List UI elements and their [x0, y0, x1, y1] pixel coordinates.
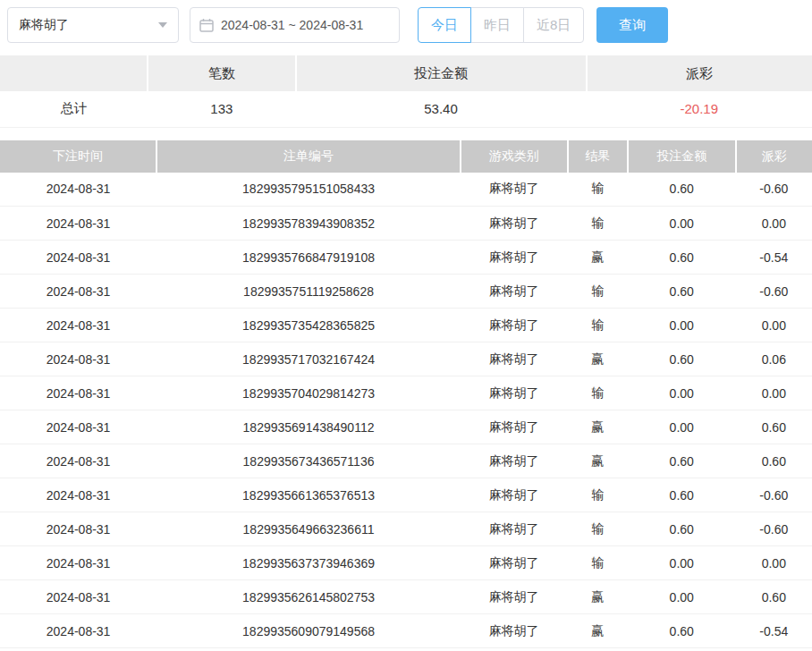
game-type-cell: 麻将胡了 [461, 410, 568, 444]
payout-cell: -0.60 [736, 512, 812, 546]
table-row: 2024-08-311829935673436571136麻将胡了赢0.600.… [0, 444, 812, 478]
game-type-cell: 麻将胡了 [461, 342, 568, 376]
game-type-cell: 麻将胡了 [461, 275, 568, 309]
payout-cell: 0.60 [736, 410, 812, 444]
bet-id-cell: 1829935691438490112 [156, 410, 461, 444]
game-type-cell: 麻将胡了 [461, 478, 568, 512]
bet-id-cell: 1829935649663236611 [156, 512, 461, 546]
quick-range-group: 今日 昨日 近8日 [418, 7, 584, 43]
toolbar: 麻将胡了 2024-08-31 ~ 2024-08-31 今日 昨日 近8日 查… [0, 0, 812, 50]
table-row: 2024-08-311829935766847919108麻将胡了赢0.60-0… [0, 241, 812, 275]
header-bet-amount: 投注金额 [628, 140, 736, 173]
payout-cell: -0.60 [736, 275, 812, 309]
result-cell: 输 [568, 376, 628, 410]
bet-amount-cell: 0.60 [628, 241, 736, 275]
header-bet-id: 注单编号 [156, 140, 461, 173]
payout-cell: 0.60 [736, 444, 812, 478]
bet-time-cell: 2024-08-31 [0, 342, 156, 376]
bet-id-cell: 1829935704029814273 [156, 376, 461, 410]
today-button[interactable]: 今日 [418, 7, 471, 43]
result-cell: 输 [568, 309, 628, 342]
bet-time-cell: 2024-08-31 [0, 546, 156, 580]
bet-id-cell: 1829935795151058433 [156, 173, 461, 207]
header-result: 结果 [568, 140, 628, 173]
result-cell: 赢 [568, 241, 628, 275]
result-cell: 输 [568, 512, 628, 546]
table-row: 2024-08-311829935783943908352麻将胡了输0.000.… [0, 207, 812, 241]
header-payout: 派彩 [736, 140, 812, 173]
header-bet-time: 下注时间 [0, 140, 156, 173]
table-row: 2024-08-311829935795151058433麻将胡了输0.60-0… [0, 173, 812, 207]
bet-amount-cell: 0.60 [628, 342, 736, 376]
game-type-cell: 麻将胡了 [461, 309, 568, 342]
bet-amount-cell: 0.60 [628, 173, 736, 207]
bet-id-cell: 1829935717032167424 [156, 342, 461, 376]
summary-header-blank [0, 55, 148, 91]
bet-time-cell: 2024-08-31 [0, 444, 156, 478]
game-type-cell: 麻将胡了 [461, 241, 568, 275]
payout-cell: -0.60 [736, 173, 812, 207]
bet-time-cell: 2024-08-31 [0, 309, 156, 342]
bet-amount-cell: 0.00 [628, 376, 736, 410]
result-cell: 赢 [568, 444, 628, 478]
summary-header-count: 笔数 [148, 55, 295, 91]
summary-payout-value: -20.19 [587, 91, 812, 127]
result-cell: 输 [568, 478, 628, 512]
payout-cell: 0.00 [736, 376, 812, 410]
payout-cell: -0.54 [736, 614, 812, 648]
result-cell: 输 [568, 207, 628, 241]
result-cell: 输 [568, 275, 628, 309]
bet-amount-cell: 0.60 [628, 614, 736, 648]
chevron-down-icon [158, 22, 167, 28]
bet-amount-cell: 0.60 [628, 478, 736, 512]
bet-amount-cell: 0.00 [628, 309, 736, 342]
bet-id-cell: 1829935637373946369 [156, 546, 461, 580]
summary-total-label: 总计 [0, 91, 148, 127]
header-game-type: 游戏类别 [461, 140, 568, 173]
table-row: 2024-08-311829935735428365825麻将胡了输0.000.… [0, 309, 812, 342]
bet-id-cell: 1829935735428365825 [156, 309, 461, 342]
table-row: 2024-08-311829935637373946369麻将胡了输0.000.… [0, 546, 812, 580]
bet-time-cell: 2024-08-31 [0, 275, 156, 309]
bet-amount-cell: 0.00 [628, 580, 736, 614]
bet-time-cell: 2024-08-31 [0, 512, 156, 546]
game-type-cell: 麻将胡了 [461, 444, 568, 478]
result-cell: 赢 [568, 342, 628, 376]
game-type-cell: 麻将胡了 [461, 546, 568, 580]
summary-header-bet-amount: 投注金额 [296, 55, 587, 91]
bet-time-cell: 2024-08-31 [0, 580, 156, 614]
game-select[interactable]: 麻将胡了 [7, 7, 179, 43]
summary-bet-amount-value: 53.40 [296, 91, 587, 127]
game-type-cell: 麻将胡了 [461, 512, 568, 546]
bet-time-cell: 2024-08-31 [0, 410, 156, 444]
table-row: 2024-08-311829935691438490112麻将胡了赢0.000.… [0, 410, 812, 444]
bet-time-cell: 2024-08-31 [0, 207, 156, 241]
bet-time-cell: 2024-08-31 [0, 478, 156, 512]
bet-time-cell: 2024-08-31 [0, 376, 156, 410]
bet-time-cell: 2024-08-31 [0, 173, 156, 207]
table-row: 2024-08-311829935649663236611麻将胡了输0.60-0… [0, 512, 812, 546]
bet-amount-cell: 0.00 [628, 410, 736, 444]
last8days-button[interactable]: 近8日 [523, 7, 584, 43]
bet-id-cell: 1829935673436571136 [156, 444, 461, 478]
bet-amount-cell: 0.00 [628, 207, 736, 241]
table-row: 2024-08-311829935609079149568麻将胡了赢0.60-0… [0, 614, 812, 648]
query-button[interactable]: 查询 [596, 7, 668, 43]
bet-id-cell: 1829935751119258628 [156, 275, 461, 309]
bet-amount-cell: 0.60 [628, 275, 736, 309]
payout-cell: 0.00 [736, 546, 812, 580]
date-range-value: 2024-08-31 ~ 2024-08-31 [221, 18, 363, 32]
table-row: 2024-08-311829935717032167424麻将胡了赢0.600.… [0, 342, 812, 376]
table-row: 2024-08-311829935626145802753麻将胡了赢0.000.… [0, 580, 812, 614]
result-cell: 赢 [568, 410, 628, 444]
yesterday-button[interactable]: 昨日 [470, 7, 524, 43]
bet-id-cell: 1829935609079149568 [156, 614, 461, 648]
bet-id-cell: 1829935661365376513 [156, 478, 461, 512]
table-row: 2024-08-311829935751119258628麻将胡了输0.60-0… [0, 275, 812, 309]
payout-cell: -0.60 [736, 478, 812, 512]
summary-header-row: 笔数 投注金额 派彩 [0, 55, 812, 91]
summary-table: 笔数 投注金额 派彩 总计 133 53.40 -20.19 [0, 55, 812, 128]
date-range-input[interactable]: 2024-08-31 ~ 2024-08-31 [190, 7, 400, 43]
bet-records-table: 下注时间 注单编号 游戏类别 结果 投注金额 派彩 2024-08-311829… [0, 140, 812, 649]
result-cell: 赢 [568, 580, 628, 614]
